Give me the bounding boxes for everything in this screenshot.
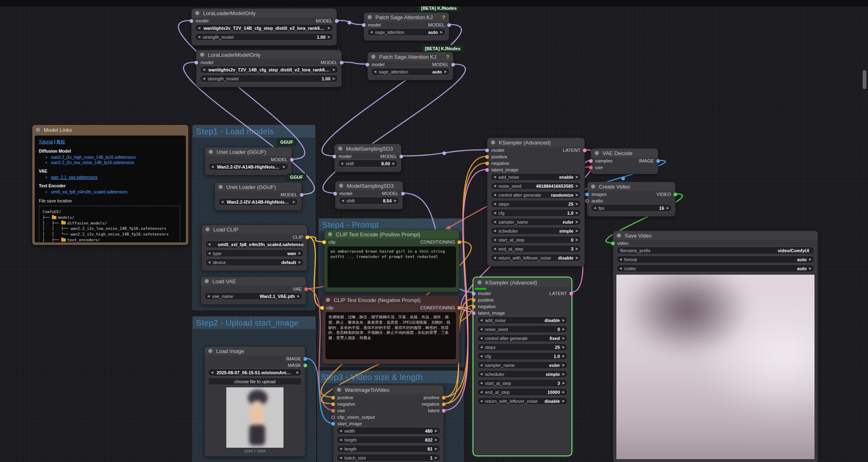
combo-left-arrow-icon[interactable]: ◀	[341, 162, 343, 165]
node-header[interactable]: Save Video	[613, 231, 818, 240]
input-slot-vae[interactable]	[589, 166, 593, 169]
output-slot-LATENT[interactable]	[569, 292, 573, 295]
combo-right-arrow-icon[interactable]: ▶	[576, 229, 578, 233]
node-header[interactable]: Model Links	[32, 125, 188, 135]
input-slot-latent_image[interactable]	[485, 168, 489, 172]
input-slot-negative[interactable]	[485, 162, 489, 165]
node-header[interactable]: CLIP Text Encode (Negative Prompt)	[322, 295, 459, 304]
widget-shift[interactable]: ◀shift8.00▶	[338, 160, 398, 167]
combo-left-arrow-icon[interactable]: ◀	[493, 184, 496, 188]
combo-right-arrow-icon[interactable]: ▶	[562, 372, 565, 376]
combo-left-arrow-icon[interactable]: ◀	[480, 372, 482, 376]
input-slot-audio[interactable]	[585, 199, 589, 203]
combo-right-arrow-icon[interactable]: ▶	[562, 399, 565, 403]
node-header[interactable]: Patch Sage Attention KJ?	[368, 52, 453, 61]
combo-right-arrow-icon[interactable]: ▶	[576, 211, 578, 215]
node-load-image[interactable]: Load ImageIMAGEMASK◀2025-08-07_06-15-51-…	[204, 346, 306, 457]
combo-left-arrow-icon[interactable]: ◀	[493, 193, 496, 197]
node-patch-sage-attention-2[interactable]: Patch Sage Attention KJ?modelMODEL◀sage_…	[367, 52, 453, 80]
combo-right-arrow-icon[interactable]: ▶	[328, 35, 330, 39]
node-header[interactable]: LoraLoaderModelOnly	[196, 50, 341, 59]
combo-right-arrow-icon[interactable]: ▶	[562, 381, 565, 385]
combo-left-arrow-icon[interactable]: ◀	[208, 260, 210, 264]
combo-right-arrow-icon[interactable]: ▶	[562, 336, 565, 340]
combo-left-arrow-icon[interactable]: ◀	[339, 447, 342, 451]
input-slot-positive[interactable]	[331, 396, 335, 400]
collapse-dot-icon[interactable]	[339, 184, 343, 188]
collapse-dot-icon[interactable]	[371, 55, 375, 59]
widget-vae_name[interactable]: ◀vae_nameWan2.1_VAE.pth▶	[204, 292, 303, 300]
upload-button[interactable]: choose file to upload	[208, 378, 302, 385]
combo-right-arrow-icon[interactable]: ▶	[293, 200, 295, 204]
group-title-bar[interactable]: Step3 - Video size & length	[318, 371, 463, 383]
combo-left-arrow-icon[interactable]: ◀	[198, 35, 200, 39]
combo-right-arrow-icon[interactable]: ▶	[667, 206, 669, 210]
node-unet-loader-gguf-2[interactable]: Unet Loader (GGUF)MODEL◀Wan2.2-I2V-A14B-…	[214, 182, 302, 211]
node-load-clip[interactable]: Load CLIPCLIP◀clip ...umt5_xxl_fp8_e4m3f…	[201, 224, 308, 271]
node-clip-text-encode-negative[interactable]: CLIP Text Encode (Negative Prompt)clipCO…	[322, 295, 460, 364]
help-icon[interactable]: ?	[442, 14, 445, 20]
output-slot-latent[interactable]	[442, 409, 446, 413]
combo-left-arrow-icon[interactable]: ◀	[207, 294, 210, 298]
widget-sage_attention[interactable]: ◀sage_attentionauto▶	[371, 68, 450, 76]
widget-steps[interactable]: ◀steps25▶	[477, 343, 568, 351]
combo-right-arrow-icon[interactable]: ▶	[333, 77, 335, 80]
combo-right-arrow-icon[interactable]: ▶	[576, 238, 578, 242]
combo-left-arrow-icon[interactable]: ◀	[198, 26, 200, 30]
widget-start_at_step[interactable]: ◀start_at_step0▶	[491, 236, 581, 244]
node-clip-text-encode-positive[interactable]: CLIP Text Encode (Positive Prompt)clipCO…	[324, 229, 460, 292]
combo-left-arrow-icon[interactable]: ◀	[493, 202, 496, 206]
widget-control after generate[interactable]: ◀control after generaterandomize▶	[491, 191, 581, 199]
model-link[interactable]: umt5_xxl_fp8_e4m3fn_scaled.safetensors	[51, 190, 182, 194]
input-slot-model[interactable]	[485, 149, 489, 152]
input-slot-negative[interactable]	[472, 305, 475, 309]
combo-right-arrow-icon[interactable]: ▶	[393, 162, 395, 165]
node-patch-sage-attention-1[interactable]: Patch Sage Attention KJ?modelMODEL◀sage_…	[364, 12, 449, 41]
prompt-textarea[interactable]: 色调艳丽，过曝，静态，细节模糊不清，字幕，风格，作品，画作，画面，静止，整体发灰…	[326, 312, 456, 359]
node-create-video[interactable]: Create VideoimagesVIDEOaudio◀fps16▶	[587, 182, 676, 217]
widget-scheduler[interactable]: ◀schedulersimple▶	[477, 370, 568, 378]
collapse-dot-icon[interactable]	[617, 233, 621, 238]
output-slot-MODEL[interactable]	[399, 155, 403, 158]
combo-right-arrow-icon[interactable]: ▶	[576, 184, 578, 188]
widget-end_at_step[interactable]: ◀end_at_step3▶	[491, 245, 581, 253]
collapse-dot-icon[interactable]	[368, 15, 372, 19]
widget-fps[interactable]: ◀fps16▶	[591, 204, 672, 212]
combo-left-arrow-icon[interactable]: ◀	[480, 336, 482, 340]
combo-right-arrow-icon[interactable]: ▶	[809, 258, 812, 261]
combo-right-arrow-icon[interactable]: ▶	[333, 68, 335, 71]
widget-value[interactable]: ◀Wan2.2-I2V-A14B-HighNoise-Q8...▶	[208, 163, 288, 171]
input-slot-positive[interactable]	[472, 298, 475, 302]
node-header[interactable]: ModelSamplingSD3	[335, 181, 403, 190]
widget-sage_attention[interactable]: ◀sage_attentionauto▶	[367, 28, 446, 36]
output-slot-MODEL[interactable]	[451, 63, 455, 67]
widget-scheduler[interactable]: ◀schedulersimple▶	[491, 227, 581, 235]
prompt-textarea[interactable]: an embarrassed brown haired girl in a th…	[328, 247, 456, 287]
combo-right-arrow-icon[interactable]: ▶	[562, 354, 565, 358]
output-slot-positive[interactable]	[442, 396, 446, 400]
node-model-sampling-sd3-2[interactable]: ModelSamplingSD3modelMODEL◀shift8.54▶	[335, 181, 403, 209]
combo-left-arrow-icon[interactable]: ◀	[480, 345, 482, 349]
combo-left-arrow-icon[interactable]: ◀	[493, 175, 496, 179]
combo-right-arrow-icon[interactable]: ▶	[562, 363, 565, 367]
collapse-dot-icon[interactable]	[326, 298, 330, 302]
combo-left-arrow-icon[interactable]: ◀	[493, 238, 496, 242]
combo-right-arrow-icon[interactable]: ▶	[576, 175, 578, 179]
combo-right-arrow-icon[interactable]: ▶	[394, 199, 397, 202]
combo-right-arrow-icon[interactable]: ▶	[283, 165, 286, 169]
widget-batch_size[interactable]: ◀batch_size1▶	[337, 454, 440, 462]
combo-left-arrow-icon[interactable]: ◀	[221, 200, 223, 204]
widget-return_with_leftover_noise[interactable]: ◀return_with_leftover_noisedisable▶	[491, 254, 581, 262]
combo-right-arrow-icon[interactable]: ▶	[562, 390, 565, 394]
combo-right-arrow-icon[interactable]: ▶	[444, 70, 447, 73]
combo-right-arrow-icon[interactable]: ▶	[440, 30, 443, 34]
output-slot-MODEL[interactable]	[335, 19, 339, 23]
collapse-dot-icon[interactable]	[338, 147, 342, 151]
node-lora-loader-2[interactable]: LoraLoaderModelOnlymodelMODEL◀wan\lightx…	[196, 50, 342, 87]
widget-add_noise[interactable]: ◀add_noiseenable▶	[491, 173, 581, 181]
node-lora-loader-1[interactable]: LoraLoaderModelOnlymodelMODEL◀wan\lightx…	[191, 8, 337, 46]
node-header[interactable]: KSampler (Advanced)	[487, 138, 585, 147]
combo-right-arrow-icon[interactable]: ▶	[576, 202, 578, 206]
combo-right-arrow-icon[interactable]: ▶	[297, 294, 300, 298]
output-slot-IMAGE[interactable]	[303, 357, 307, 361]
